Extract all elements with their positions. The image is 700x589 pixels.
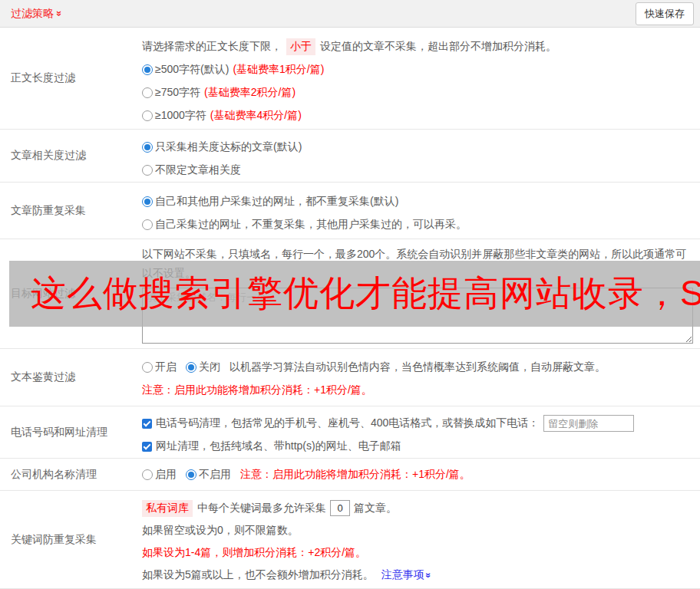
radio-icon[interactable] [142, 64, 153, 75]
section-phone-url: 电话号码和网址清理 电话号码清理，包括常见的手机号、座机号、400电话格式，或替… [0, 406, 700, 459]
section-content: 电话号码清理，包括常见的手机号、座机号、400电话格式，或替换成如下电话： 网址… [142, 406, 700, 458]
radio-icon[interactable] [142, 87, 153, 98]
radio-option-relevance-any[interactable]: 不限定文章相关度 [142, 159, 694, 182]
promo-overlay-banner: 这么做搜索引擎优化才能提高网站收录，SE [9, 261, 700, 327]
checkbox-option-phone[interactable]: 电话号码清理，包括常见的手机号、座机号、400电话格式，或替换成如下电话： [142, 412, 694, 435]
radio-option-company-off[interactable]: 不启用 [186, 468, 231, 482]
radio-option-dedup-own[interactable]: 自己采集过的网址，不重复采集，其他用户采集过的，可以再采。 [142, 213, 694, 236]
radio-icon[interactable] [142, 469, 153, 480]
radio-option-dedup-all[interactable]: 自己和其他用户采集过的网址，都不重复采集(默认) [142, 190, 694, 213]
section-dedup: 文章防重复采集 自己和其他用户采集过的网址，都不重复采集(默认) 自己采集过的网… [0, 183, 700, 239]
section-content: 自己和其他用户采集过的网址，都不重复采集(默认) 自己采集过的网址，不重复采集，… [142, 183, 700, 239]
keyword-count-input[interactable] [330, 500, 350, 516]
keyword-note-1: 如果留空或设为0，则不限篇数。 [142, 519, 694, 541]
radio-icon[interactable] [186, 469, 196, 480]
company-warning: 注意：启用此功能将增加积分消耗：+1积分/篇。 [240, 468, 471, 482]
fee-note: (基础费率2积分/篇) [204, 86, 296, 100]
checkbox-icon[interactable] [142, 419, 152, 429]
section-content: 启用 不启用 注意：启用此功能将增加积分消耗：+1积分/篇。 [142, 459, 700, 490]
section-content: 只采集相关度达标的文章(默认) 不限定文章相关度 [142, 130, 700, 182]
radio-icon[interactable] [142, 362, 153, 373]
porn-filter-description: 以机器学习算法自动识别色情内容，当色情概率达到系统阈值，自动屏蔽文章。 [229, 360, 606, 374]
fee-note: (基础费率1积分/篇) [233, 63, 324, 77]
fee-note: (基础费率4积分/篇) [210, 109, 302, 123]
promo-overlay-text: 这么做搜索引擎优化才能提高网站收录，SE [9, 270, 700, 318]
section-content: 私有词库 中每个关键词最多允许采集 篇文章。 如果留空或设为0，则不限篇数。 如… [142, 491, 700, 588]
section-label: 文章相关度过滤 [0, 130, 142, 182]
radio-option-relevance-strict[interactable]: 只采集相关度达标的文章(默认) [142, 136, 694, 159]
private-thesaurus-badge[interactable]: 私有词库 [142, 500, 193, 517]
radio-option-porn-on[interactable]: 开启 [142, 360, 177, 374]
filter-strategy-page: 过滤策略 » 快速保存 正文长度过滤 请选择需求的正文长度下限， 小于 设定值的… [0, 0, 700, 589]
keyword-note-3: 如果设为5篇或以上，也不会额外增加积分消耗。 [142, 568, 374, 582]
radio-option-500[interactable]: ≥500字符(默认) (基础费率1积分/篇) [142, 58, 694, 81]
checkbox-option-url[interactable]: 网址清理，包括纯域名、带http(s)的网址、电子邮箱 [142, 435, 694, 458]
checkbox-icon[interactable] [142, 442, 152, 452]
chevron-double-down-icon: » [424, 572, 433, 577]
phone-replacement-input[interactable] [543, 415, 634, 432]
section-relevance: 文章相关度过滤 只采集相关度达标的文章(默认) 不限定文章相关度 [0, 130, 700, 183]
radio-icon[interactable] [142, 142, 153, 153]
page-header: 过滤策略 » 快速保存 [0, 0, 700, 28]
section-content: 请选择需求的正文长度下限， 小于 设定值的文章不采集，超出部分不增加积分消耗。 … [142, 28, 700, 129]
quick-save-button[interactable]: 快速保存 [636, 2, 694, 25]
radio-icon[interactable] [142, 165, 153, 176]
section-label: 电话号码和网址清理 [0, 406, 142, 458]
section-label: 关键词防重复采集 [0, 491, 142, 588]
radio-option-1000[interactable]: ≥1000字符 (基础费率4积分/篇) [142, 104, 694, 127]
page-title-label: 过滤策略 [11, 7, 54, 21]
section-keyword: 关键词防重复采集 私有词库 中每个关键词最多允许采集 篇文章。 如果留空或设为0… [0, 491, 700, 589]
radio-option-company-on[interactable]: 启用 [142, 468, 177, 482]
notes-link[interactable]: 注意事项 » [381, 568, 431, 582]
keyword-note-2: 如果设为1-4篇，则增加积分消耗：+2积分/篇。 [142, 541, 694, 564]
section-label: 公司机构名称清理 [0, 459, 142, 490]
section-body-length: 正文长度过滤 请选择需求的正文长度下限， 小于 设定值的文章不采集，超出部分不增… [0, 28, 700, 130]
section-label: 文本鉴黄过滤 [0, 349, 142, 406]
section-label: 文章防重复采集 [0, 183, 142, 239]
radio-option-porn-off[interactable]: 关闭 [186, 360, 220, 374]
section-label: 正文长度过滤 [0, 28, 142, 129]
section-porn-filter: 文本鉴黄过滤 开启 关闭 以机器学习算法自动识别色情内容，当色情概率达到系统阈值… [0, 349, 700, 406]
radio-icon[interactable] [142, 219, 153, 230]
chevron-double-down-icon: » [54, 11, 64, 16]
radio-option-750[interactable]: ≥750字符 (基础费率2积分/篇) [142, 81, 694, 104]
body-length-intro: 请选择需求的正文长度下限， 小于 设定值的文章不采集，超出部分不增加积分消耗。 [142, 35, 694, 58]
radio-icon[interactable] [142, 110, 153, 121]
section-company: 公司机构名称清理 启用 不启用 注意：启用此功能将增加积分消耗：+1积分/篇。 [0, 459, 700, 491]
less-than-highlight: 小于 [286, 38, 315, 55]
radio-icon[interactable] [142, 196, 153, 207]
page-title[interactable]: 过滤策略 » [11, 7, 62, 21]
section-content: 开启 关闭 以机器学习算法自动识别色情内容，当色情概率达到系统阈值，自动屏蔽文章… [142, 349, 700, 406]
porn-filter-warning: 注意：启用此功能将增加积分消耗：+1积分/篇。 [142, 379, 694, 402]
radio-icon[interactable] [186, 362, 196, 373]
